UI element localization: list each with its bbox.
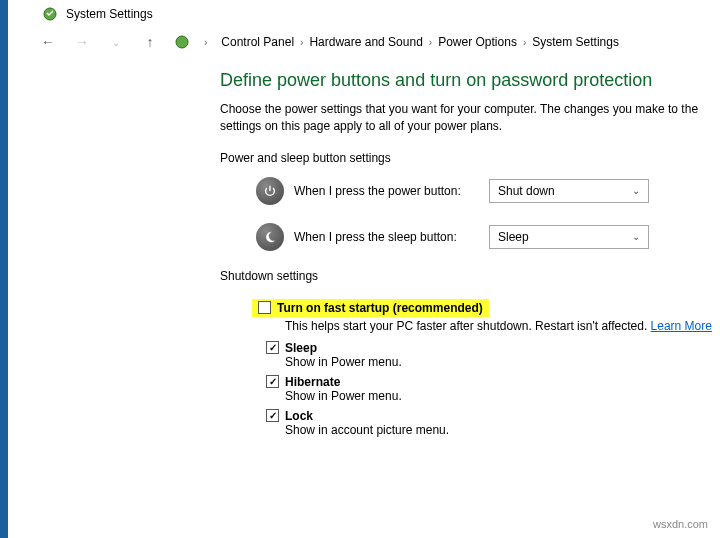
section-shutdown-settings: Shutdown settings — [220, 269, 720, 283]
sleep-checkbox[interactable]: ✓ — [266, 341, 279, 354]
svg-point-1 — [176, 36, 188, 48]
chevron-down-icon: ⌄ — [632, 231, 640, 242]
fast-startup-desc: This helps start your PC faster after sh… — [285, 319, 720, 333]
learn-more-link[interactable]: Learn More — [651, 319, 712, 333]
sleep-button-select[interactable]: Sleep ⌄ — [489, 225, 649, 249]
window-title: System Settings — [66, 7, 153, 21]
breadcrumb: Control Panel › Hardware and Sound › Pow… — [221, 35, 619, 49]
fast-startup-highlight: Turn on fast startup (recommended) — [252, 299, 489, 317]
page-intro: Choose the power settings that you want … — [220, 101, 720, 135]
breadcrumb-control-panel[interactable]: Control Panel — [221, 35, 294, 49]
hibernate-checkbox[interactable]: ✓ — [266, 375, 279, 388]
chevron-right-icon: › — [204, 37, 207, 48]
power-icon — [256, 177, 284, 205]
content-area: Define power buttons and turn on passwor… — [0, 60, 720, 437]
hibernate-desc: Show in Power menu. — [285, 389, 720, 403]
hibernate-label: Hibernate — [285, 375, 340, 389]
chevron-right-icon: › — [523, 37, 526, 48]
sleep-button-value: Sleep — [498, 230, 529, 244]
chevron-right-icon: › — [300, 37, 303, 48]
titlebar: System Settings — [0, 0, 720, 28]
chevron-down-icon: ⌄ — [632, 185, 640, 196]
recent-locations-button[interactable]: ⌄ — [106, 37, 126, 48]
up-button[interactable]: ↑ — [140, 34, 160, 50]
power-button-row: When I press the power button: Shut down… — [256, 177, 720, 205]
chevron-right-icon: › — [429, 37, 432, 48]
lock-desc: Show in account picture menu. — [285, 423, 720, 437]
section-power-sleep-buttons: Power and sleep button settings — [220, 151, 720, 165]
sleep-desc: Show in Power menu. — [285, 355, 720, 369]
control-panel-icon — [174, 34, 190, 50]
sleep-option: ✓ Sleep Show in Power menu. — [266, 341, 720, 369]
watermark: wsxdn.com — [653, 518, 708, 530]
power-button-label: When I press the power button: — [294, 184, 479, 198]
breadcrumb-power-options[interactable]: Power Options — [438, 35, 517, 49]
sleep-button-label: When I press the sleep button: — [294, 230, 479, 244]
navbar: ← → ⌄ ↑ › Control Panel › Hardware and S… — [0, 28, 720, 60]
back-button[interactable]: ← — [38, 34, 58, 50]
power-options-icon — [42, 6, 58, 22]
fast-startup-label: Turn on fast startup (recommended) — [277, 301, 483, 315]
moon-icon — [256, 223, 284, 251]
power-button-select[interactable]: Shut down ⌄ — [489, 179, 649, 203]
breadcrumb-system-settings[interactable]: System Settings — [532, 35, 619, 49]
lock-option: ✓ Lock Show in account picture menu. — [266, 409, 720, 437]
page-heading: Define power buttons and turn on passwor… — [220, 70, 720, 91]
fast-startup-checkbox[interactable] — [258, 301, 271, 314]
power-button-value: Shut down — [498, 184, 555, 198]
lock-checkbox[interactable]: ✓ — [266, 409, 279, 422]
sleep-button-row: When I press the sleep button: Sleep ⌄ — [256, 223, 720, 251]
breadcrumb-hardware-sound[interactable]: Hardware and Sound — [309, 35, 422, 49]
hibernate-option: ✓ Hibernate Show in Power menu. — [266, 375, 720, 403]
forward-button: → — [72, 34, 92, 50]
lock-label: Lock — [285, 409, 313, 423]
sleep-label: Sleep — [285, 341, 317, 355]
